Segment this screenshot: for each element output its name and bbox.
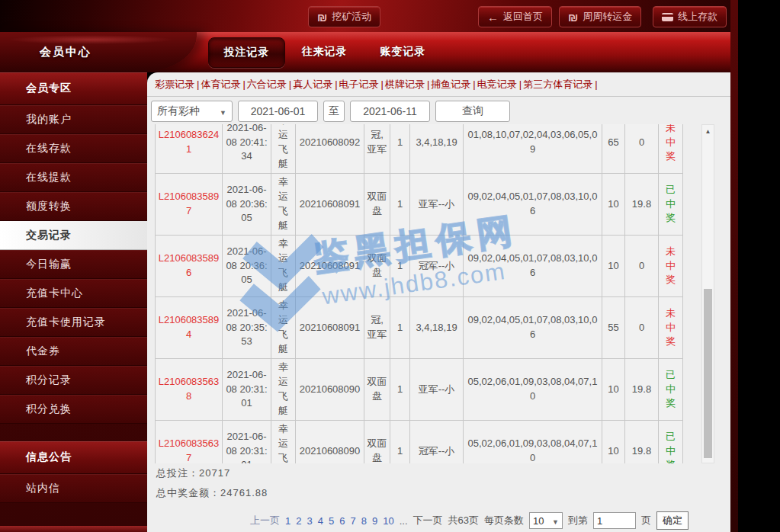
back-home-button[interactable]: 返回首页 xyxy=(478,6,552,27)
subnav-link[interactable]: 电竞记录 xyxy=(477,78,517,91)
sidebar-item-label: 积分兑换 xyxy=(26,402,72,416)
sidebar-item[interactable]: 交易记录 xyxy=(0,221,147,250)
lottery-name-cell: 幸运飞艇 xyxy=(271,359,296,421)
page-number-links: 12345678910 xyxy=(285,515,394,527)
subnav-separator: | xyxy=(335,79,337,90)
page-number-link[interactable]: 2 xyxy=(296,515,301,527)
subnav-separator: | xyxy=(197,79,199,90)
online-deposit-button[interactable]: 线上存款 xyxy=(653,6,727,27)
sidebar-item[interactable]: 我的账户 xyxy=(0,105,147,134)
confirm-button[interactable]: 确定 xyxy=(656,511,689,530)
sidebar-item[interactable]: 充值卡中心 xyxy=(0,279,147,308)
scrollbar-thumb[interactable] xyxy=(704,289,712,458)
multiple-cell: 1 xyxy=(390,297,410,359)
page-number-link[interactable]: 6 xyxy=(339,515,345,527)
bet-time-cell: 2021-06-08 20:41:34 xyxy=(223,124,271,174)
lottery-name-cell: 幸运飞艇 xyxy=(271,174,296,236)
page-unit-label: 页 xyxy=(641,514,651,527)
total-win-value: 24761.88 xyxy=(220,487,268,498)
subnav-link[interactable]: 六合记录 xyxy=(247,78,287,91)
sidebar-item[interactable]: 代金券 xyxy=(0,337,147,366)
status-cell: 未中奖 xyxy=(659,124,683,174)
bet-time-cell: 2021-06-08 20:36:05 xyxy=(223,236,271,297)
subnav-link[interactable]: 体育记录 xyxy=(201,78,240,91)
next-page-link[interactable]: 下一页 xyxy=(413,514,443,527)
page-number-link[interactable]: 9 xyxy=(372,515,377,527)
subnav-link[interactable]: 真人记录 xyxy=(293,78,332,91)
tab-bet-records[interactable]: 投注记录 xyxy=(208,37,285,68)
subnav-link[interactable]: 捕鱼记录 xyxy=(431,78,470,91)
issue-number-cell: 20210608091 xyxy=(296,297,364,359)
page-number-link[interactable]: 8 xyxy=(361,515,367,527)
table-scrollbar[interactable] xyxy=(701,124,714,463)
page-number-link[interactable]: 5 xyxy=(329,515,334,527)
goto-page-label: 到第 xyxy=(568,514,588,527)
page-number-link[interactable]: 4 xyxy=(318,515,323,527)
sidebar-item-label: 额度转换 xyxy=(26,200,72,213)
tab-transfer-records[interactable]: 往来记录 xyxy=(287,37,361,66)
sidebar-item-label: 在线提款 xyxy=(26,171,72,184)
multiple-cell: 1 xyxy=(390,174,410,236)
goto-page-input[interactable] xyxy=(593,512,636,529)
total-bet-value: 20717 xyxy=(199,467,230,479)
shekel-icon xyxy=(317,11,327,24)
order-number-cell[interactable]: L21060835637 xyxy=(156,421,223,464)
lottery-name-cell: 幸运飞艇 xyxy=(271,124,296,174)
sidebar-item[interactable]: 在线提款 xyxy=(0,163,147,192)
order-number-cell[interactable]: L21060835638 xyxy=(156,359,223,421)
sidebar-item[interactable]: 站内信 xyxy=(0,474,147,503)
page-number-link[interactable]: 10 xyxy=(383,515,393,527)
order-number-cell[interactable]: L21060835897 xyxy=(156,174,223,236)
navbar: 会员中心 投注记录 往来记录 账变记录 xyxy=(0,32,738,72)
weekly-bonus-button[interactable]: 周周转运金 xyxy=(559,6,641,27)
page-number-link[interactable]: 3 xyxy=(307,515,313,527)
page-number-link[interactable]: 1 xyxy=(285,515,290,527)
tab-account-change-records[interactable]: 账变记录 xyxy=(366,37,440,66)
pagination: 上一页 12345678910 ... 下一页 共63页 每页条数 10 到第 … xyxy=(250,511,689,530)
topbar: 挖矿活动 返回首页 周周转运金 线上存款 xyxy=(0,0,738,32)
date-range-to-label: 至 xyxy=(323,101,345,122)
order-number-cell[interactable]: L21060836241 xyxy=(156,124,223,174)
sidebar-item[interactable]: 积分记录 xyxy=(0,366,147,395)
order-number-cell[interactable]: L21060835894 xyxy=(156,297,223,359)
issue-number-cell: 20210608090 xyxy=(296,421,364,464)
bet-records-table: L21060836241 2021-06-08 20:41:34 幸运飞艇 20… xyxy=(155,124,683,463)
bet-content-cell: 3,4,18,19 xyxy=(410,297,464,359)
sidebar-item[interactable]: 额度转换 xyxy=(0,192,147,221)
draw-result-cell: 01,08,10,07,02,04,03,06,05,09 xyxy=(464,124,602,174)
back-home-label: 返回首页 xyxy=(503,10,543,24)
sidebar-section-announcements[interactable]: 信息公告 xyxy=(0,441,147,474)
table-row: L21060836241 2021-06-08 20:41:34 幸运飞艇 20… xyxy=(156,124,683,174)
bet-amount-cell: 10 xyxy=(602,174,625,236)
bet-amount-cell: 55 xyxy=(602,297,625,359)
lottery-type-value: 所有彩种 xyxy=(157,104,200,118)
sidebar-info-items: 站内信 xyxy=(0,474,147,503)
subnav-link[interactable]: 电子记录 xyxy=(339,78,379,91)
sidebar-footer-strip xyxy=(0,526,147,532)
subnav-link[interactable]: 第三方体育记录 xyxy=(523,78,592,91)
per-page-select[interactable]: 10 xyxy=(529,512,563,529)
sidebar-item[interactable]: 充值卡使用记录 xyxy=(0,308,147,337)
scroll-up-arrow-icon[interactable] xyxy=(702,125,714,137)
table-row: L21060835897 2021-06-08 20:36:05 幸运飞艇 20… xyxy=(156,174,683,236)
lottery-type-select[interactable]: 所有彩种 xyxy=(151,101,233,122)
subnav-link[interactable]: 彩票记录 xyxy=(155,78,194,91)
sidebar-item[interactable]: 在线存款 xyxy=(0,134,147,163)
sidebar-item[interactable]: 今日输赢 xyxy=(0,250,147,279)
mining-activity-button[interactable]: 挖矿活动 xyxy=(308,6,380,27)
search-button[interactable]: 查询 xyxy=(435,101,510,122)
prev-page-link[interactable]: 上一页 xyxy=(250,514,280,527)
draw-result-cell: 05,02,06,01,09,03,08,04,07,10 xyxy=(464,359,602,421)
date-from-input[interactable] xyxy=(238,101,318,122)
sidebar-section-member-zone[interactable]: 会员专区 xyxy=(0,72,147,105)
bet-records-viewport: L21060836241 2021-06-08 20:41:34 幸运飞艇 20… xyxy=(155,124,694,463)
order-number-cell[interactable]: L21060835896 xyxy=(156,236,223,297)
subnav-separator: | xyxy=(595,79,597,90)
date-to-input[interactable] xyxy=(350,101,430,122)
subnav-link[interactable]: 棋牌记录 xyxy=(385,78,425,91)
sidebar-item-label: 交易记录 xyxy=(26,229,72,242)
payout-cell: 0 xyxy=(625,124,659,174)
sidebar-item[interactable]: 积分兑换 xyxy=(0,395,147,424)
draw-result-cell: 09,02,04,05,01,07,08,03,10,06 xyxy=(464,297,602,359)
page-number-link[interactable]: 7 xyxy=(351,515,356,527)
